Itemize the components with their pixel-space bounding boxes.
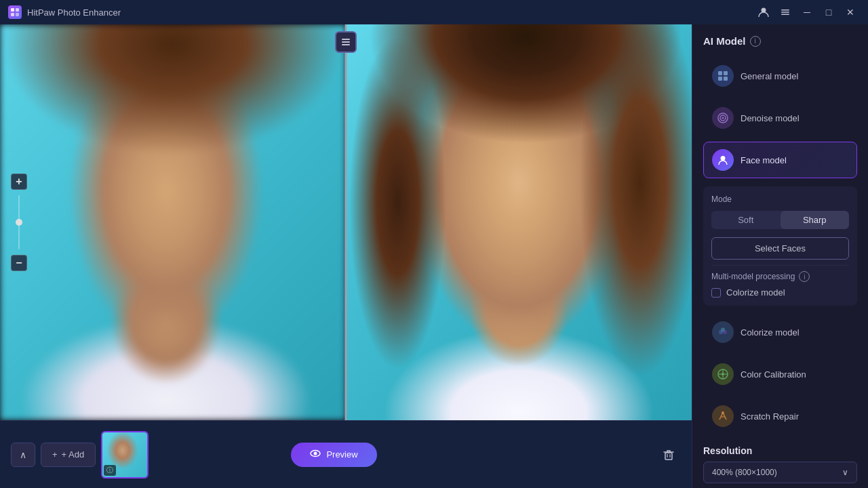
maximize-button[interactable]: □ xyxy=(819,3,838,22)
colorize-model-label: Colorize model xyxy=(741,327,800,338)
svg-rect-6 xyxy=(781,12,789,13)
ai-model-header: AI Model i xyxy=(703,35,857,47)
svg-rect-3 xyxy=(16,13,19,16)
bottom-controls: ∧ + + Add ⓘ xyxy=(11,431,681,479)
select-faces-button[interactable]: Select Faces xyxy=(711,237,849,260)
svg-rect-19 xyxy=(724,77,728,81)
model-item-denoise[interactable]: Denoise model xyxy=(703,100,857,136)
general-model-label: General model xyxy=(741,71,798,81)
model-item-calibration[interactable]: Color Calibration xyxy=(703,356,857,392)
svg-rect-5 xyxy=(781,9,789,11)
svg-rect-7 xyxy=(781,14,789,16)
add-button[interactable]: + + Add xyxy=(41,443,96,467)
calibration-model-label: Color Calibration xyxy=(741,369,806,380)
resolution-title: Resolution xyxy=(703,445,857,456)
mode-section: Mode Soft Sharp Select Faces Multi-model… xyxy=(703,186,857,306)
colorize-checkbox-row: Colorize model xyxy=(711,287,849,298)
mode-label: Mode xyxy=(711,195,849,204)
collapse-button[interactable]: ∧ xyxy=(11,443,35,467)
zoom-in-button[interactable]: + xyxy=(11,174,27,190)
image-before xyxy=(0,24,346,420)
resolution-chevron-icon: ∨ xyxy=(842,468,848,477)
mode-soft-button[interactable]: Soft xyxy=(711,211,781,229)
model-item-face[interactable]: Face model xyxy=(703,142,857,178)
calibration-model-icon xyxy=(712,363,734,385)
model-item-scratch[interactable]: Scratch Repair xyxy=(703,398,857,434)
mode-toggle: Soft Sharp xyxy=(711,211,849,229)
add-icon: + xyxy=(52,449,58,460)
preview-button[interactable]: Preview xyxy=(291,443,376,467)
thumbnail-item[interactable]: ⓘ xyxy=(101,431,149,479)
colorize-checkbox-label: Colorize model xyxy=(726,287,785,298)
preview-eye-icon xyxy=(310,448,321,461)
face-model-label: Face model xyxy=(741,155,787,165)
svg-point-30 xyxy=(722,373,724,375)
ai-model-info-icon[interactable]: i xyxy=(750,36,761,47)
svg-rect-1 xyxy=(16,8,19,12)
app-logo xyxy=(8,5,22,19)
before-image-render xyxy=(0,24,346,420)
compare-handle[interactable] xyxy=(335,31,357,53)
scratch-model-icon xyxy=(712,405,734,427)
zoom-out-button[interactable]: − xyxy=(11,255,27,271)
multi-model-section: Multi-model processing i Colorize model xyxy=(711,265,849,298)
general-model-icon xyxy=(712,65,734,87)
model-item-general[interactable]: General model xyxy=(703,58,857,94)
hamburger-button[interactable] xyxy=(776,3,795,22)
scratch-model-label: Scratch Repair xyxy=(741,411,799,422)
svg-rect-13 xyxy=(665,453,672,460)
multi-model-title: Multi-model processing xyxy=(711,272,795,281)
svg-rect-17 xyxy=(724,71,728,75)
titlebar-controls: ─ □ ✕ xyxy=(754,3,860,22)
resolution-dropdown[interactable]: 400% (800×1000) ∨ xyxy=(703,462,857,483)
after-image-render xyxy=(346,24,692,420)
svg-rect-10 xyxy=(342,44,350,45)
zoom-slider-track xyxy=(18,195,20,249)
sidebar-content: AI Model i General model xyxy=(692,24,868,488)
main-layout: + − ∧ + + Add ⓘ xyxy=(0,24,868,488)
app-title-text: HitPaw Photo Enhancer xyxy=(27,7,121,18)
resolution-value: 400% (800×1000) xyxy=(712,468,777,477)
svg-rect-2 xyxy=(11,13,14,16)
svg-point-31 xyxy=(722,411,724,414)
image-compare-container: + − xyxy=(0,24,692,420)
user-button[interactable] xyxy=(754,3,773,22)
canvas-area: + − ∧ + + Add ⓘ xyxy=(0,24,692,488)
close-button[interactable]: ✕ xyxy=(841,3,860,22)
colorize-checkbox[interactable] xyxy=(711,288,721,298)
svg-point-23 xyxy=(721,156,726,161)
multi-model-header: Multi-model processing i xyxy=(711,271,849,282)
svg-point-22 xyxy=(722,117,724,119)
denoise-model-label: Denoise model xyxy=(741,113,800,123)
model-item-colorize[interactable]: Colorize model xyxy=(703,314,857,350)
svg-rect-0 xyxy=(11,8,14,12)
face-model-icon xyxy=(712,149,734,171)
svg-rect-18 xyxy=(718,77,722,81)
delete-button[interactable] xyxy=(656,443,681,467)
multi-model-info-icon[interactable]: i xyxy=(799,271,810,282)
add-label: + Add xyxy=(62,449,85,460)
mode-sharp-button[interactable]: Sharp xyxy=(781,211,850,229)
preview-label: Preview xyxy=(326,449,357,460)
svg-rect-16 xyxy=(718,71,722,75)
ai-model-title: AI Model xyxy=(703,35,746,47)
right-sidebar: AI Model i General model xyxy=(692,24,868,488)
compare-divider xyxy=(345,24,347,420)
minimize-button[interactable]: ─ xyxy=(797,3,816,22)
titlebar: HitPaw Photo Enhancer ─ □ ✕ xyxy=(0,0,868,24)
svg-rect-9 xyxy=(342,41,350,43)
zoom-controls: + − xyxy=(11,174,27,271)
denoise-model-icon xyxy=(712,107,734,129)
thumbnail-info-icon: ⓘ xyxy=(104,465,116,476)
svg-rect-8 xyxy=(342,39,350,40)
zoom-slider-thumb[interactable] xyxy=(16,219,22,226)
resolution-section: Resolution 400% (800×1000) ∨ xyxy=(703,445,857,483)
svg-point-26 xyxy=(721,328,725,332)
svg-point-12 xyxy=(314,452,317,455)
bottom-bar: ∧ + + Add ⓘ xyxy=(0,420,692,488)
image-after xyxy=(346,24,692,420)
colorize-model-icon xyxy=(712,321,734,343)
titlebar-left: HitPaw Photo Enhancer xyxy=(8,5,121,19)
